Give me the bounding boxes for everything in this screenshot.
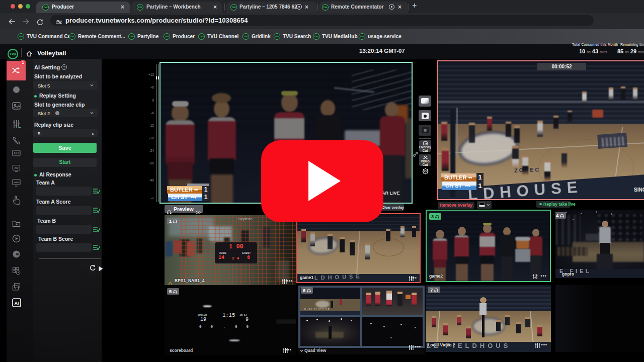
svg-text:CC: CC [14, 151, 19, 155]
svg-text:AI: AI [15, 301, 19, 306]
svg-text:AD: AD [15, 166, 19, 169]
